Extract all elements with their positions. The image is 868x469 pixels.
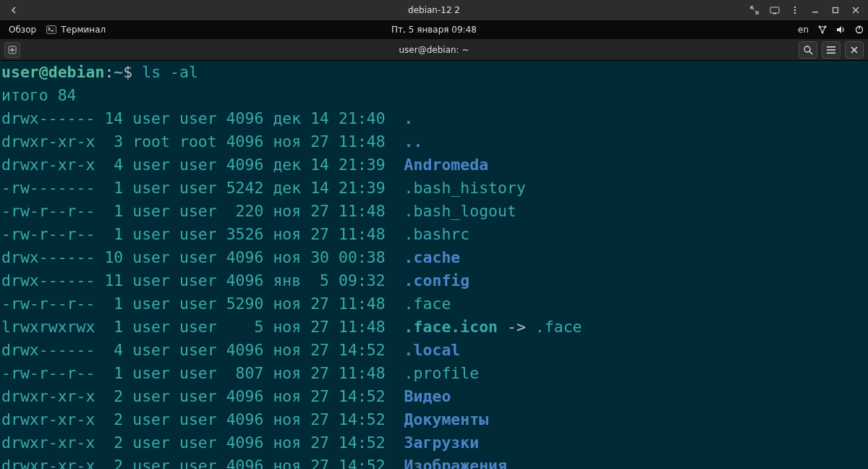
svg-rect-18: [827, 52, 835, 54]
volume-icon[interactable]: [836, 25, 846, 34]
listing-row: -rw------- 1 user user 5242 дек 14 21:39…: [1, 177, 868, 200]
svg-rect-13: [859, 26, 859, 30]
gnome-top-panel: Обзор Терминал Пт, 5 января 09:48 en: [0, 20, 868, 39]
vm-window-titlebar: debian-12 2: [0, 0, 868, 20]
vm-back-button[interactable]: [0, 0, 27, 20]
listing-row: drwxr-xr-x 4 user user 4096 дек 14 21:39…: [1, 153, 868, 177]
svg-rect-0: [770, 7, 779, 13]
listing-row: -rw-r--r-- 1 user user 807 ноя 27 11:48 …: [1, 362, 868, 385]
hamburger-menu-button[interactable]: [822, 41, 841, 59]
svg-rect-8: [51, 30, 54, 31]
listing-row: -rw-r--r-- 1 user user 3526 ноя 27 11:48…: [1, 223, 868, 246]
focused-app-name: Терминал: [61, 25, 106, 35]
listing-row: drwxr-xr-x 2 user user 4096 ноя 27 14:52…: [1, 431, 868, 455]
activities-button[interactable]: Обзор: [4, 25, 41, 35]
listing-row: drwx------ 14 user user 4096 дек 14 21:4…: [1, 107, 868, 130]
window-maximize-icon[interactable]: [830, 5, 841, 15]
display-icon[interactable]: [770, 5, 780, 15]
window-minimize-icon[interactable]: [810, 5, 820, 15]
vm-window-title: debian-12 2: [0, 5, 868, 15]
listing-row: drwx------ 10 user user 4096 ноя 30 00:3…: [1, 246, 868, 269]
listing-row: drwxr-xr-x 2 user user 4096 ноя 27 14:52…: [1, 408, 868, 431]
new-tab-button[interactable]: [4, 42, 20, 58]
listing-row: drwxr-xr-x 2 user user 4096 ноя 27 14:52…: [1, 385, 868, 408]
keyboard-layout-indicator[interactable]: en: [798, 25, 809, 35]
svg-rect-16: [827, 46, 835, 48]
listing-row: drwxr-xr-x 2 user user 4096 ноя 27 14:52…: [1, 455, 868, 469]
listing-row: lrwxrwxrwx 1 user user 5 ноя 27 11:48 .f…: [1, 316, 868, 339]
listing-row: drwxr-xr-x 3 root root 4096 ноя 27 11:48…: [1, 130, 868, 153]
svg-point-15: [804, 46, 810, 52]
svg-rect-1: [773, 13, 776, 14]
listing-row: -rw-r--r-- 1 user user 220 ноя 27 11:48 …: [1, 200, 868, 223]
panel-clock[interactable]: Пт, 5 января 09:48: [0, 25, 868, 35]
terminal-app-icon: [46, 25, 56, 34]
svg-point-4: [794, 12, 796, 14]
svg-point-3: [794, 9, 796, 11]
svg-point-2: [794, 7, 796, 8]
terminal-output[interactable]: user@debian:~$ ls -alитого 84drwx------ …: [0, 61, 868, 469]
svg-rect-5: [812, 12, 818, 13]
svg-rect-17: [827, 49, 835, 51]
search-button[interactable]: [799, 41, 817, 59]
kebab-menu-icon[interactable]: [790, 5, 800, 15]
fullscreen-icon[interactable]: [749, 5, 760, 15]
svg-rect-6: [833, 8, 838, 13]
listing-row: -rw-r--r-- 1 user user 5290 ноя 27 11:48…: [1, 292, 868, 316]
svg-rect-7: [47, 26, 56, 34]
listing-row: drwx------ 11 user user 4096 янв 5 09:32…: [1, 269, 868, 292]
focused-app-menu[interactable]: Терминал: [46, 25, 106, 35]
window-close-icon[interactable]: [851, 5, 861, 15]
terminal-title: user@debian: ~: [0, 45, 868, 55]
terminal-close-button[interactable]: [845, 41, 864, 59]
power-icon[interactable]: [855, 25, 864, 34]
network-icon[interactable]: [817, 25, 827, 34]
terminal-headerbar: user@debian: ~: [0, 39, 868, 61]
listing-row: drwx------ 4 user user 4096 ноя 27 14:52…: [1, 339, 868, 362]
